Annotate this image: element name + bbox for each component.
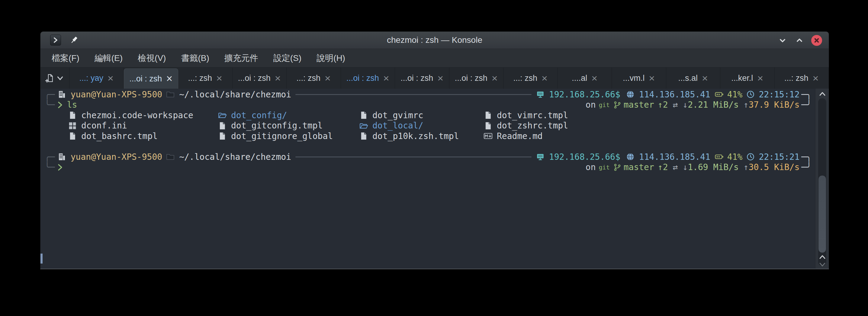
file-name: dot_vimrc.tmpl [497, 110, 568, 120]
tab-label: ...oi : zsh [129, 74, 162, 83]
tab-label: ...s.al [678, 74, 698, 83]
tab-close-icon[interactable]: × [437, 73, 443, 83]
tab-11[interactable]: ...s.al × [666, 68, 721, 89]
tab-close-icon[interactable]: × [702, 73, 708, 83]
title-bar[interactable]: chezmoi : zsh — Konsole [40, 32, 829, 49]
tab-4[interactable]: ...: zsh × [287, 68, 341, 89]
file-name: dot_gitignore_global [231, 131, 333, 141]
scroll-down-icon[interactable] [815, 262, 829, 267]
tab-3[interactable]: ...oi : zsh × [232, 68, 287, 89]
tab-close-icon[interactable]: × [275, 73, 281, 83]
tab-label: ...: yay [80, 74, 103, 83]
tab-close-icon[interactable]: × [166, 73, 173, 84]
menu-item-3[interactable]: 書籤(B) [173, 49, 217, 67]
tab-close-icon[interactable]: × [492, 73, 498, 83]
terminal-viewport[interactable]: ╭─ yuan@Yuan-XPS-9500 ~/.local/share/che… [40, 89, 829, 269]
file-entry: dot_vimrc.tmpl [484, 110, 568, 120]
prompt-line-1: ╭─ yuan@Yuan-XPS-9500 ~/.local/share/che… [45, 152, 811, 162]
maximize-button[interactable] [794, 35, 805, 45]
tab-0[interactable]: ...: yay × [69, 68, 124, 89]
konsole-window: chezmoi : zsh — Konsole 檔案(F) 編輯(E) 檢視(V… [40, 31, 829, 269]
new-tab-button[interactable] [45, 74, 54, 83]
wan-ip: 114.136.185.41 [639, 90, 710, 100]
tab-12[interactable]: ...ker.l × [720, 68, 775, 89]
frame-corner: ─╮ [801, 152, 811, 162]
file-name: dconf.ini [81, 120, 127, 131]
clock-icon [746, 90, 755, 99]
tab-13[interactable]: ...: zsh × [775, 68, 829, 89]
tab-label: ...: zsh [784, 74, 808, 83]
file-name: dot_zshrc.tmpl [497, 120, 568, 131]
download-speed: 2.21 MiB/s [688, 100, 739, 110]
file-icon [218, 121, 227, 130]
command-text: ls [67, 100, 77, 110]
tab-6[interactable]: ...oi : zsh × [395, 68, 450, 89]
tab-label: ...vm.l [623, 74, 645, 83]
ls-output-row-0: chezmoi.code-workspacedot_config/dot_gvi… [45, 110, 811, 120]
tab-9[interactable]: ....al × [558, 68, 612, 89]
tab-list-dropdown-button[interactable] [56, 74, 65, 83]
tab-close-icon[interactable]: × [107, 73, 114, 83]
tab-close-icon[interactable]: × [541, 73, 548, 83]
battery-percent: 41% [727, 90, 743, 100]
wan-ip: 114.136.185.41 [639, 152, 710, 162]
frame-corner: ─╯ [801, 162, 811, 172]
folder-icon [359, 121, 368, 130]
menu-item-2[interactable]: 檢視(V) [130, 49, 173, 67]
menu-item-6[interactable]: 說明(H) [309, 49, 353, 67]
tab-8[interactable]: ...: zsh × [503, 68, 558, 89]
folder-icon [218, 111, 227, 120]
clock-time: 22:15:12 [759, 90, 800, 100]
up-arrow: ↑ [744, 100, 749, 110]
tab-1-active[interactable]: ...oi : zsh × [124, 68, 179, 89]
file-entry: dconf.ini [68, 120, 127, 131]
scrollbar-thumb[interactable] [818, 175, 826, 253]
file-name: dot_bashrc.tmpl [81, 131, 158, 141]
lan-ip: 192.168.25.66$ [549, 90, 620, 100]
window-controls [777, 32, 822, 49]
scrollbar[interactable] [815, 89, 829, 269]
scroll-up-bottom-icon[interactable] [815, 254, 829, 260]
os-icon [57, 90, 66, 99]
download-speed: 1.69 MiB/s [688, 162, 739, 172]
tab-close-icon[interactable]: × [591, 73, 597, 83]
tab-strip: ...: yay × ...oi : zsh × ...: zsh × ...o… [69, 68, 829, 89]
file-icon [484, 121, 493, 130]
prompt-arrow-icon [57, 164, 63, 171]
file-entry: dot_zshrc.tmpl [484, 120, 568, 131]
scroll-up-icon[interactable] [815, 91, 829, 97]
menu-bar: 檔案(F) 編輯(E) 檢視(V) 書籤(B) 擴充元件 設定(S) 說明(H) [40, 49, 829, 67]
terminal-content: ╭─ yuan@Yuan-XPS-9500 ~/.local/share/che… [40, 89, 815, 173]
file-icon [359, 132, 368, 141]
minimize-button[interactable] [777, 35, 788, 45]
tab-close-icon[interactable]: × [813, 73, 819, 83]
menu-item-4[interactable]: 擴充元件 [217, 49, 266, 67]
menu-item-1[interactable]: 編輯(E) [87, 49, 130, 67]
file-entry: dot_gitconfig.tmpl [218, 120, 322, 131]
tab-10[interactable]: ...vm.l × [612, 68, 666, 89]
tab-close-icon[interactable]: × [216, 73, 222, 83]
tab-label: ...: zsh [514, 74, 537, 83]
menu-item-0[interactable]: 檔案(F) [44, 49, 87, 67]
ls-output-row-2: dot_bashrc.tmpldot_gitignore_globaldot_p… [45, 131, 811, 141]
tab-5[interactable]: ...oi : zsh × [341, 68, 395, 89]
menu-item-5[interactable]: 設定(S) [266, 49, 309, 67]
git-branch-icon [613, 164, 621, 171]
tab-close-icon[interactable]: × [649, 73, 655, 83]
tab-7[interactable]: ...oi : zsh × [450, 68, 504, 89]
close-button[interactable] [811, 35, 822, 46]
file-icon [68, 111, 77, 120]
tab-close-icon[interactable]: × [325, 73, 331, 83]
window-title: chezmoi : zsh — Konsole [40, 35, 829, 45]
tab-label: ...ker.l [731, 74, 753, 83]
monitor-icon [536, 90, 545, 99]
frame-corner: ╭─ [45, 152, 55, 162]
file-entry: dot_gitignore_global [218, 131, 333, 141]
file-entry: dot_p10k.zsh.tmpl [359, 131, 459, 141]
tab-close-icon[interactable]: × [757, 73, 763, 83]
git-ahead-count: ↑2 [658, 100, 668, 110]
scroll-position-indicator [40, 254, 42, 264]
tab-close-icon[interactable]: × [383, 73, 389, 83]
file-entry: dot_gvimrc [359, 110, 424, 120]
tab-2[interactable]: ...: zsh × [178, 68, 232, 89]
